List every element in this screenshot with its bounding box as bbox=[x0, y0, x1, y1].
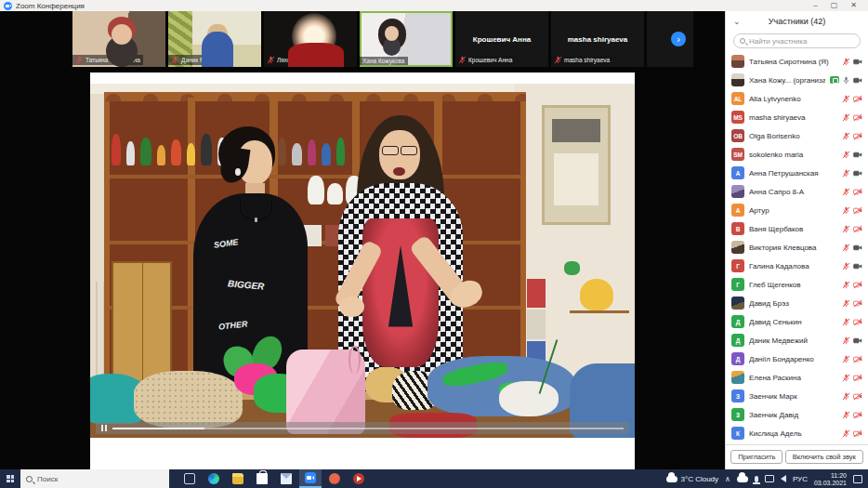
participant-row[interactable]: ГГалина Кадалова bbox=[731, 257, 862, 275]
tray-chevron-icon[interactable]: ∧ bbox=[725, 475, 730, 483]
participant-row[interactable]: Анна Сапро 8-А bbox=[731, 182, 862, 201]
video-thumbnail[interactable]: Крошевич АннаКрошевич Анна bbox=[455, 11, 548, 67]
search-placeholder: Найти участника bbox=[749, 37, 807, 46]
mic-muted-icon bbox=[842, 336, 850, 345]
participant-status-icons bbox=[842, 299, 862, 308]
participant-row[interactable]: ALAlla Lytvynenko bbox=[731, 89, 862, 108]
participant-row[interactable]: Елена Раскина bbox=[731, 368, 862, 387]
wooden-cabinet bbox=[112, 261, 171, 389]
participant-row[interactable]: ДДаник Медвежий bbox=[731, 331, 862, 350]
avatar: З bbox=[731, 389, 744, 402]
avatar bbox=[731, 241, 744, 254]
maximize-button[interactable]: ▢ bbox=[831, 0, 838, 11]
notification-center-icon[interactable] bbox=[853, 475, 862, 483]
participants-header: ⌄ Участники (42) bbox=[726, 11, 868, 32]
participant-search-input[interactable]: Найти участника bbox=[733, 33, 861, 48]
participant-name: Кислица Адель bbox=[749, 429, 837, 438]
mic-muted-icon bbox=[842, 58, 850, 66]
clock[interactable]: 11:20 03.03.2021 bbox=[814, 472, 847, 486]
language-indicator[interactable]: РУС bbox=[793, 475, 808, 483]
video-player-controls[interactable] bbox=[96, 422, 629, 434]
participant-row[interactable]: OBOlga Borisenko bbox=[731, 126, 862, 145]
avatar bbox=[731, 297, 744, 310]
invite-button[interactable]: Пригласить bbox=[730, 450, 783, 464]
participant-status-icons bbox=[842, 188, 862, 196]
participant-status-icons bbox=[842, 374, 862, 382]
taskbar-search-placeholder: Поиск bbox=[37, 475, 58, 483]
avatar: MS bbox=[731, 111, 744, 124]
explorer-icon bbox=[232, 473, 243, 484]
mic-muted-icon bbox=[842, 206, 850, 215]
camera-muted-icon bbox=[853, 281, 862, 289]
task-view-taskbar-icon[interactable] bbox=[178, 469, 201, 488]
participant-name: sokolenko maria bbox=[749, 151, 837, 159]
camera-muted-icon bbox=[853, 95, 862, 103]
participant-status-icons bbox=[842, 336, 862, 345]
taskbar-search-input[interactable]: Поиск bbox=[20, 469, 169, 488]
mic-icon bbox=[842, 76, 850, 85]
participant-row[interactable]: ААртур bbox=[731, 201, 862, 219]
chevron-down-icon[interactable]: ⌄ bbox=[733, 17, 741, 26]
close-button[interactable]: ✕ bbox=[850, 0, 857, 11]
camera-muted-icon bbox=[853, 374, 862, 382]
participant-status-icons bbox=[842, 132, 862, 140]
explorer-taskbar-icon[interactable] bbox=[227, 469, 249, 488]
participant-row[interactable]: Татьяна Сиротнина (Я) bbox=[731, 52, 862, 71]
media-taskbar-icon[interactable] bbox=[348, 469, 370, 488]
mail-taskbar-icon[interactable] bbox=[275, 469, 297, 488]
main-video: SOME BIGGER OTHER bbox=[90, 84, 635, 438]
volume-icon[interactable] bbox=[781, 475, 786, 482]
edge-taskbar-icon[interactable] bbox=[203, 469, 225, 488]
start-button[interactable] bbox=[0, 469, 20, 488]
participant-name: Ваня Щербаков bbox=[749, 225, 837, 233]
participant-row[interactable]: ЗЗаенчик Давід bbox=[731, 405, 862, 424]
participant-name: masha shiryaeva bbox=[749, 113, 837, 122]
camera-icon bbox=[853, 76, 862, 85]
network-icon[interactable] bbox=[765, 475, 774, 482]
participant-row[interactable]: Давид Брэз bbox=[731, 294, 862, 312]
system-tray: 3°C Cloudy ∧ РУС 11:20 03.03.2021 bbox=[666, 472, 868, 486]
video-thumbnail[interactable]: Даник Медвежий bbox=[168, 11, 261, 67]
participant-row[interactable]: SMsokolenko maria bbox=[731, 145, 862, 164]
zoom-taskbar-icon[interactable] bbox=[299, 469, 322, 488]
participant-status-icons bbox=[842, 151, 862, 159]
powerpoint-taskbar-icon[interactable] bbox=[323, 469, 346, 488]
participant-row[interactable]: ЗЗаенчик Марк bbox=[731, 387, 862, 405]
weather-widget[interactable]: 3°C Cloudy bbox=[666, 475, 719, 483]
participant-status-icons bbox=[842, 262, 862, 270]
participant-row[interactable]: ВВаня Щербаков bbox=[731, 219, 862, 238]
avatar: А bbox=[731, 166, 744, 179]
participant-row[interactable]: ККислица Адель bbox=[731, 424, 862, 442]
participant-row[interactable]: Хана Кожу... (организатор) bbox=[731, 71, 862, 89]
mic-muted-icon bbox=[842, 392, 850, 401]
person-right-mouth bbox=[393, 167, 405, 177]
participant-row[interactable]: ДДавид Сенькин bbox=[731, 312, 862, 331]
camera-icon bbox=[853, 169, 862, 178]
participant-row[interactable]: Виктория Клевцова bbox=[731, 238, 862, 257]
zoom-app-icon bbox=[4, 2, 12, 10]
video-thumbnail[interactable]: Ляхович Вікторія bbox=[264, 11, 357, 67]
person-left-necklace bbox=[240, 199, 272, 220]
pause-icon[interactable] bbox=[101, 425, 107, 431]
store-taskbar-icon[interactable] bbox=[251, 469, 273, 488]
participant-name: Глеб Щегенков bbox=[749, 281, 837, 289]
participant-row[interactable]: MSmasha shiryaeva bbox=[731, 108, 862, 126]
participant-name: Виктория Клевцова bbox=[749, 244, 837, 252]
minimize-button[interactable]: – bbox=[813, 0, 817, 11]
window-titlebar: Zoom Конференция – ▢ ✕ bbox=[0, 0, 868, 11]
video-thumbnail[interactable]: Татьяна Сиротнина bbox=[72, 11, 165, 67]
camera-muted-icon bbox=[853, 132, 862, 140]
mic-muted-icon bbox=[842, 169, 850, 178]
unmute-button[interactable]: Включить свой звук bbox=[785, 450, 863, 464]
person-right-glasses bbox=[382, 146, 417, 155]
next-page-button[interactable]: › bbox=[671, 32, 686, 46]
participant-row[interactable]: ДДаніїл Бондаренко bbox=[731, 350, 862, 368]
video-thumbnail[interactable]: Хана Кожукова bbox=[360, 11, 453, 67]
participant-row[interactable]: ААнна Петрушанская bbox=[731, 164, 862, 182]
seek-bar[interactable] bbox=[112, 428, 624, 429]
video-thumbnail[interactable]: masha shiryaevamasha shiryaeva bbox=[551, 11, 644, 67]
microphone-tray-icon[interactable] bbox=[755, 476, 758, 482]
onedrive-icon[interactable] bbox=[737, 476, 748, 482]
participant-row[interactable]: ГГлеб Щегенков bbox=[731, 275, 862, 294]
avatar: В bbox=[731, 222, 744, 235]
